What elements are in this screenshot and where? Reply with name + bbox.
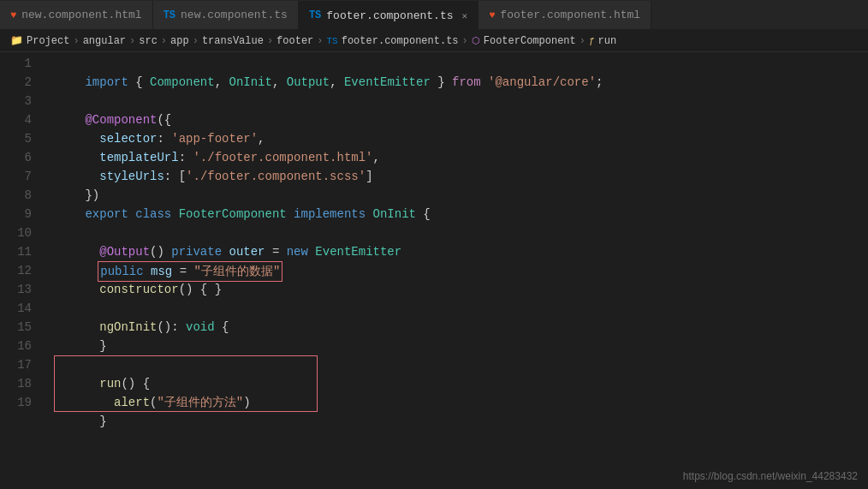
code-line-7: }) bbox=[42, 167, 868, 186]
code-line-5: templateUrl: './footer.component.html', bbox=[42, 129, 868, 148]
line-num: 13 bbox=[7, 280, 32, 299]
html-icon: ♥ bbox=[489, 9, 495, 21]
line-num: 2 bbox=[7, 73, 32, 92]
line-num: 1 bbox=[7, 54, 32, 73]
tab-label: new.component.ts bbox=[181, 9, 288, 21]
html-icon: ♥ bbox=[10, 9, 16, 21]
code-line-6: styleUrls: ['./footer.component.scss'] bbox=[42, 148, 868, 167]
tab-label: new.component.html bbox=[21, 9, 141, 21]
breadcrumb-part: app bbox=[170, 35, 189, 47]
code-line-19: } bbox=[42, 393, 868, 412]
tab-bar: ♥ new.component.html TS new.component.ts… bbox=[0, 0, 868, 30]
breadcrumb-part: transValue bbox=[202, 35, 264, 47]
breadcrumb-part: Project bbox=[27, 35, 69, 47]
line-num: 18 bbox=[7, 374, 32, 393]
ts-icon: TS bbox=[163, 9, 175, 21]
code-line-17: run() { bbox=[42, 355, 868, 374]
code-line-2 bbox=[42, 73, 868, 92]
code-line-1: import { Component, OnInit, Output, Even… bbox=[42, 54, 868, 73]
line-num: 12 bbox=[7, 261, 32, 280]
code-line-18: alert("子组件的方法") bbox=[42, 374, 868, 393]
line-num: 9 bbox=[7, 205, 32, 224]
code-line-16 bbox=[42, 337, 868, 355]
func-icon: ƒ bbox=[589, 36, 595, 46]
line-num: 14 bbox=[7, 299, 32, 318]
watermark: https://blog.csdn.net/weixin_44283432 bbox=[683, 470, 858, 482]
line-num: 7 bbox=[7, 167, 32, 186]
ts-icon: TS bbox=[309, 9, 321, 21]
breadcrumb-part: FooterComponent bbox=[484, 35, 576, 47]
code-line-14: ngOnInit(): void { bbox=[42, 299, 868, 318]
ts-breadcrumb-icon: TS bbox=[327, 36, 338, 46]
line-num: 16 bbox=[7, 337, 32, 355]
line-num: 11 bbox=[7, 242, 32, 261]
tab-label: footer.component.html bbox=[500, 9, 640, 21]
breadcrumb-part: footer bbox=[276, 35, 313, 47]
tab-label: footer.component.ts bbox=[326, 9, 453, 22]
breadcrumb-part: footer.component.ts bbox=[342, 35, 459, 47]
line-num: 17 bbox=[7, 355, 32, 374]
code-content[interactable]: import { Component, OnInit, Output, Even… bbox=[39, 52, 868, 489]
code-line-9 bbox=[42, 205, 868, 224]
code-area: 1 2 3 4 5 6 7 8 9 10 11 12 13 14 15 16 1… bbox=[0, 52, 868, 489]
tab-footer-component-html[interactable]: ♥ footer.component.html bbox=[479, 1, 651, 29]
line-num: 10 bbox=[7, 224, 32, 242]
line-num: 5 bbox=[7, 129, 32, 148]
line-num: 4 bbox=[7, 110, 32, 129]
tab-new-component-html[interactable]: ♥ new.component.html bbox=[0, 1, 153, 29]
line-num: 8 bbox=[7, 186, 32, 205]
code-line-13 bbox=[42, 280, 868, 299]
breadcrumb: 📁 Project › angular › src › app › transV… bbox=[0, 30, 868, 52]
tab-new-component-ts[interactable]: TS new.component.ts bbox=[153, 1, 299, 29]
tab-close-icon[interactable]: ✕ bbox=[462, 10, 468, 21]
component-icon: ⬡ bbox=[472, 35, 480, 46]
line-num: 15 bbox=[7, 318, 32, 337]
code-line-10: @Output() private outer = new EventEmitt… bbox=[42, 224, 868, 242]
line-numbers: 1 2 3 4 5 6 7 8 9 10 11 12 13 14 15 16 1… bbox=[0, 52, 39, 489]
code-line-15: } bbox=[42, 318, 868, 337]
project-icon: 📁 bbox=[10, 34, 23, 47]
line-num: 3 bbox=[7, 92, 32, 110]
tab-footer-component-ts[interactable]: TS footer.component.ts ✕ bbox=[299, 1, 479, 29]
code-line-11: public msg = "子组件的数据" bbox=[42, 242, 868, 261]
code-line-3: @Component({ bbox=[42, 92, 868, 110]
code-line-4: selector: 'app-footer', bbox=[42, 110, 868, 129]
breadcrumb-part: run bbox=[598, 35, 617, 47]
code-line-12: constructor() { } bbox=[42, 261, 868, 280]
line-num: 6 bbox=[7, 148, 32, 167]
breadcrumb-part: angular bbox=[83, 35, 126, 47]
code-line-8: export class FooterComponent implements … bbox=[42, 186, 868, 205]
breadcrumb-part: src bbox=[139, 35, 158, 47]
line-num: 19 bbox=[7, 393, 32, 412]
